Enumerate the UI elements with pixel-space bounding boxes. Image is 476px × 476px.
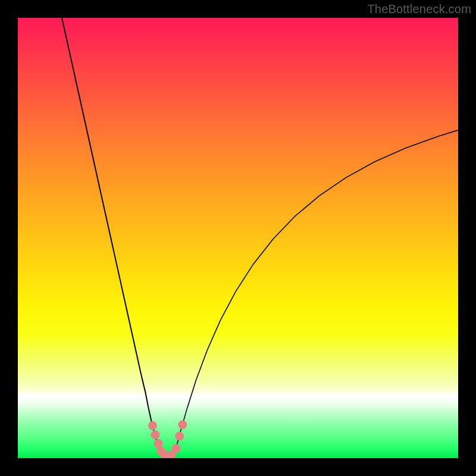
bottleneck-curve — [62, 18, 458, 456]
trough-marker — [171, 444, 180, 453]
trough-marker — [175, 432, 184, 441]
curve-right-branch — [176, 130, 458, 447]
chart-frame: TheBottleneck.com — [0, 0, 476, 476]
branding-watermark: TheBottleneck.com — [367, 2, 471, 16]
trough-markers — [148, 420, 187, 458]
plot-area — [18, 18, 458, 458]
trough-marker — [148, 421, 157, 430]
trough-marker — [151, 430, 159, 439]
curve-left-branch — [62, 18, 158, 447]
curve-overlay — [18, 18, 458, 458]
trough-marker — [178, 420, 187, 429]
